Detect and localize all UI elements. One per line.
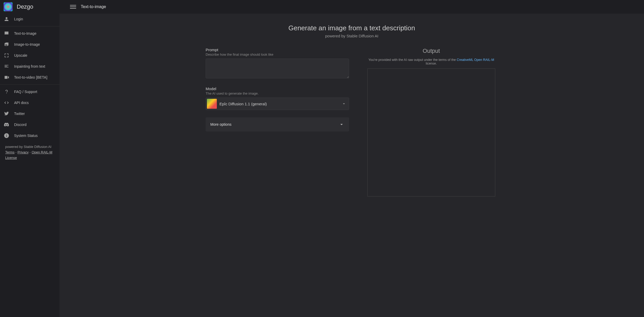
sidebar-item-label: Image-to-Image	[14, 42, 40, 47]
sidebar-item-inpainting[interactable]: Inpainting from text	[0, 61, 59, 72]
model-label: Model	[206, 87, 349, 91]
sidebar-item-text-to-image[interactable]: Text-to-Image	[0, 28, 59, 39]
user-icon	[4, 16, 9, 22]
sidebar: Login Text-to-Image Image-to-Image Upsca…	[0, 14, 59, 317]
chat-icon	[4, 31, 9, 36]
output-image-box	[367, 68, 495, 197]
prompt-label: Prompt	[206, 48, 349, 52]
chevron-down-icon	[342, 101, 346, 106]
model-thumbnail	[207, 99, 217, 109]
expand-icon	[4, 53, 9, 58]
more-options-toggle[interactable]: More options	[206, 117, 349, 131]
prompt-desc: Describe how the final image should look…	[206, 53, 349, 56]
code-icon	[4, 100, 9, 106]
inpaint-icon	[4, 64, 9, 69]
footer-terms-link[interactable]: Terms	[5, 150, 14, 154]
chevron-down-icon	[339, 122, 344, 127]
images-icon	[4, 42, 9, 47]
hero-subtitle: powered by Stable Diffusion AI	[206, 34, 498, 38]
sidebar-item-status[interactable]: System Status	[0, 130, 59, 141]
output-terms: You're provided with the AI raw output u…	[365, 58, 498, 65]
output-title: Output	[365, 48, 498, 54]
sidebar-item-text-to-video[interactable]: Text-to-video [BETA]	[0, 72, 59, 83]
sidebar-item-label: Upscale	[14, 53, 27, 57]
sidebar-item-label: System Status	[14, 134, 38, 138]
sidebar-item-label: Text-to-video [BETA]	[14, 75, 47, 79]
more-options-label: More options	[210, 122, 231, 126]
sidebar-item-discord[interactable]: Discord	[0, 119, 59, 130]
sidebar-item-upscale[interactable]: Upscale	[0, 50, 59, 61]
sidebar-item-label: Twitter	[14, 112, 25, 116]
sidebar-login-label: Login	[14, 17, 23, 21]
sidebar-divider	[0, 26, 59, 26]
question-icon	[4, 89, 9, 95]
hero-title: Generate an image from a text descriptio…	[206, 24, 498, 32]
page-title: Text-to-image	[81, 4, 106, 9]
sidebar-item-twitter[interactable]: Twitter	[0, 108, 59, 119]
sidebar-item-label: Text-to-Image	[14, 31, 37, 36]
sidebar-item-label: Inpainting from text	[14, 64, 45, 68]
menu-icon[interactable]	[70, 4, 76, 10]
footer-privacy-link[interactable]: Privacy	[17, 150, 29, 154]
app-logo[interactable]	[3, 2, 13, 12]
brand-name: Dezgo	[17, 3, 33, 10]
video-icon	[4, 74, 9, 80]
discord-icon	[4, 122, 9, 128]
sidebar-item-api[interactable]: API docs	[0, 97, 59, 108]
prompt-input[interactable]	[206, 59, 349, 78]
sidebar-item-label: FAQ / Support	[14, 90, 37, 94]
sidebar-divider	[0, 84, 59, 85]
model-select[interactable]: Epîc Diffusion 1.1 (general)	[206, 97, 349, 110]
info-icon	[4, 133, 9, 139]
sidebar-item-label: Discord	[14, 123, 26, 127]
sidebar-item-image-to-image[interactable]: Image-to-Image	[0, 39, 59, 50]
footer-powered: powered by Stable Diffusion AI	[5, 144, 54, 150]
model-desc: The AI used to generate the image.	[206, 91, 349, 95]
sidebar-login[interactable]: Login	[0, 14, 59, 25]
rail-m-link[interactable]: CreativeML Open RAIL-M	[457, 58, 494, 62]
twitter-icon	[4, 111, 9, 117]
sidebar-footer: powered by Stable Diffusion AI Terms - P…	[0, 141, 59, 164]
sidebar-item-label: API docs	[14, 101, 29, 105]
model-selected-label: Epîc Diffusion 1.1 (general)	[219, 102, 339, 106]
sidebar-item-faq[interactable]: FAQ / Support	[0, 86, 59, 97]
